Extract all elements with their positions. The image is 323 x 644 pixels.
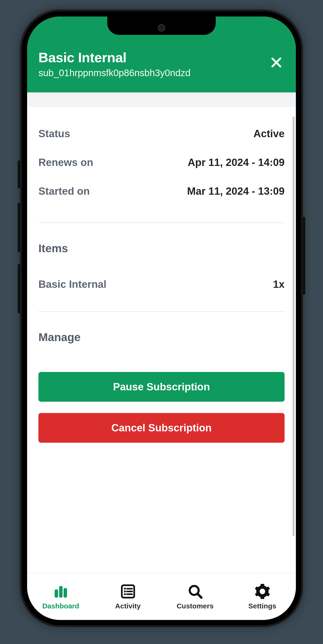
scroll-indicator[interactable] [292,116,294,536]
bar-chart-icon [52,583,69,600]
svg-line-11 [198,594,201,598]
svg-point-6 [124,593,126,595]
cancel-subscription-button[interactable]: Cancel Subscription [38,413,284,443]
svg-rect-1 [59,586,62,598]
details-section: Status Active Renews on Apr 11, 2024 - 1… [38,107,284,201]
subscription-id: sub_01hrppnmsfk0p86nsbh3y0ndzd [38,68,284,78]
tab-activity[interactable]: Activity [94,573,162,620]
started-label: Started on [38,185,90,197]
manage-buttons: Pause Subscription Cancel Subscription [38,344,284,462]
status-label: Status [38,128,70,140]
manage-heading: Manage [38,312,284,344]
status-row: Status Active [38,124,284,144]
tab-activity-label: Activity [115,602,140,610]
started-value: Mar 11, 2024 - 13:09 [187,185,284,197]
pause-subscription-button[interactable]: Pause Subscription [38,372,284,402]
tab-customers-label: Customers [176,602,214,610]
tab-dashboard-label: Dashboard [42,602,79,610]
list-icon [120,583,136,600]
tab-customers[interactable]: Customers [162,573,229,620]
search-icon [187,583,204,600]
renews-row: Renews on Apr 11, 2024 - 14:09 [38,152,284,172]
close-icon [270,56,283,69]
content-area: Status Active Renews on Apr 11, 2024 - 1… [27,107,296,462]
items-heading: Items [38,223,284,255]
close-button[interactable] [268,54,284,71]
notch [107,16,216,35]
svg-rect-0 [54,589,58,598]
tab-dashboard[interactable]: Dashboard [27,573,94,620]
renews-label: Renews on [38,156,93,168]
status-value: Active [254,128,284,140]
svg-rect-2 [64,588,67,598]
header-gap [27,92,296,107]
phone-frame: Basic Internal sub_01hrppnmsfk0p86nsbh3y… [20,10,303,627]
svg-point-5 [124,590,126,592]
volume-down-button [18,264,20,314]
tab-bar: Dashboard Activity [27,573,296,620]
tab-settings[interactable]: Settings [229,573,296,620]
gear-icon [254,583,271,600]
item-quantity: 1x [273,278,284,290]
svg-point-4 [124,588,126,590]
started-row: Started on Mar 11, 2024 - 13:09 [38,181,284,201]
power-button [302,217,305,295]
page-title: Basic Internal [38,50,284,65]
item-name: Basic Internal [38,278,106,290]
screen: Basic Internal sub_01hrppnmsfk0p86nsbh3y… [27,16,296,620]
renews-value: Apr 11, 2024 - 14:09 [188,156,284,168]
volume-up-button [18,203,20,252]
item-row: Basic Internal 1x [38,255,284,290]
side-button [18,160,20,188]
tab-settings-label: Settings [248,602,276,610]
svg-point-12 [260,589,264,594]
